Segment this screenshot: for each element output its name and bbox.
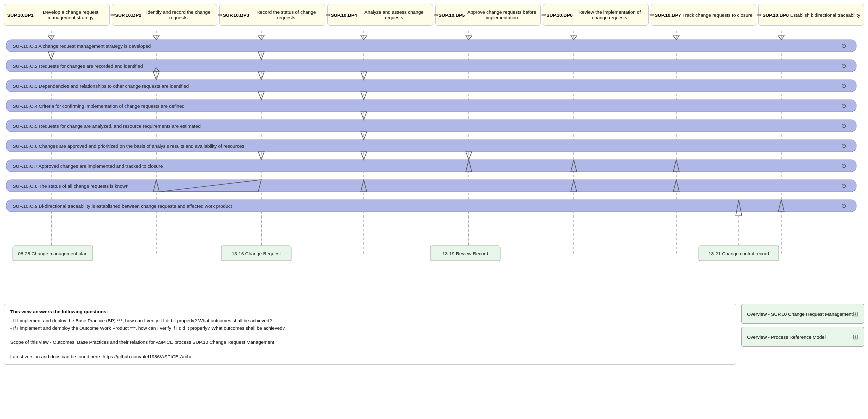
nav-btn-2-label: Overview - Process Reference Model	[747, 334, 825, 340]
nav-btn-1-icon: ⊞	[853, 310, 859, 318]
bp5-label: Approve change requests before implement…	[466, 9, 537, 20]
svg-text:SUP.10.O.8  The status of all : SUP.10.O.8 The status of all change requ…	[13, 183, 128, 189]
svg-text:SUP.10.O.3  Dependencies and r: SUP.10.O.3 Dependencies and relationship…	[13, 83, 189, 89]
bp-box-6[interactable]: SUP.10.BP6 Review the implementation of …	[543, 4, 649, 26]
bp-box-1[interactable]: SUP.10.BP1 Develop a change request mana…	[4, 4, 110, 26]
bp6-code: SUP.10.BP6	[546, 12, 573, 18]
nav-btn-2-icon: ⊞	[853, 333, 859, 341]
info-section: This view answers the following question…	[4, 304, 864, 365]
bp3-code: SUP.10.BP3	[223, 12, 249, 18]
bp4-label: Analyze and assess change requests	[359, 9, 430, 20]
info-line-3: Scope of this view - Outcomes, Base Prac…	[10, 339, 730, 346]
bp7-label: Track change requests to closure	[682, 12, 752, 18]
bp8-code: SUP.10.BP8	[762, 12, 789, 18]
bp3-label: Record the status of change requests	[251, 9, 322, 20]
svg-text:SUP.10.O.7  Approved changes a: SUP.10.O.7 Approved changes are implemen…	[13, 163, 163, 169]
bp1-label: Develop a change request management stra…	[35, 9, 106, 20]
bp-box-8[interactable]: SUP.10.BP8 Establish bidirectional trace…	[758, 4, 864, 26]
nav-btn-1-label: Overview - SUP.10 Change Request Managem…	[747, 311, 853, 317]
info-line-4: Latest version and docs can be found her…	[10, 353, 730, 360]
svg-text:⊙: ⊙	[841, 162, 846, 169]
svg-text:⊙: ⊙	[841, 62, 846, 69]
bp2-code: SUP.10.BP2	[115, 12, 142, 18]
svg-text:⊙: ⊙	[841, 42, 846, 49]
svg-text:⊙: ⊙	[841, 202, 846, 209]
base-practices-row: SUP.10.BP1 Develop a change request mana…	[4, 4, 864, 26]
diagram-container: SUP.10.O.1 A change request management s…	[4, 31, 864, 296]
svg-text:SUP.10.O.6  Changes are approv: SUP.10.O.6 Changes are approved and prio…	[13, 143, 244, 149]
svg-text:SUP.10.O.1  A change request m: SUP.10.O.1 A change request management s…	[13, 43, 151, 49]
svg-text:SUP.10.O.4  Criteria for confi: SUP.10.O.4 Criteria for confirming imple…	[13, 103, 185, 109]
svg-text:⊙: ⊙	[841, 182, 846, 189]
bp4-code: SUP.10.BP4	[331, 12, 357, 18]
svg-rect-29	[6, 180, 856, 192]
diagram-svg: SUP.10.O.1 A change request management s…	[4, 31, 864, 296]
bp-box-3[interactable]: SUP.10.BP3 Record the status of change r…	[219, 4, 325, 26]
bp-box-2[interactable]: SUP.10.BP2 Identify and record the chang…	[112, 4, 218, 26]
svg-text:⊙: ⊙	[841, 82, 846, 89]
bp1-code: SUP.10.BP1	[7, 12, 34, 18]
bp6-label: Review the implementation of change requ…	[574, 9, 645, 20]
main-container: SUP.10.BP1 Develop a change request mana…	[0, 0, 868, 369]
svg-text:13-19 Review Record: 13-19 Review Record	[442, 251, 488, 256]
svg-text:08-28 Change management plan: 08-28 Change management plan	[18, 251, 88, 256]
info-line-2: - If I implement and demploy the Outcome…	[10, 325, 730, 332]
bp-box-5[interactable]: SUP.10.BP5 Approve change requests befor…	[435, 4, 541, 26]
svg-text:SUP.10.O.5  Requests for chang: SUP.10.O.5 Requests for change are analy…	[13, 123, 201, 129]
nav-btn-2[interactable]: Overview - Process Reference Model ⊞	[741, 327, 864, 347]
svg-text:13-21 Change control record: 13-21 Change control record	[709, 251, 769, 256]
nav-buttons-panel: Overview - SUP.10 Change Request Managem…	[741, 304, 864, 365]
info-title: This view answers the following question…	[10, 308, 730, 315]
svg-text:⊙: ⊙	[841, 142, 846, 149]
bp7-code: SUP.10.BP7	[655, 12, 681, 18]
nav-btn-1[interactable]: Overview - SUP.10 Change Request Managem…	[741, 304, 864, 324]
bp-box-4[interactable]: SUP.10.BP4 Analyze and assess change req…	[327, 4, 433, 26]
svg-text:⊙: ⊙	[841, 122, 846, 129]
info-line-1: - If I implement and deploy the Base Pra…	[10, 317, 730, 324]
bp8-label: Establish bidirectional traceability	[790, 12, 860, 18]
svg-text:SUP.10.O.2  Requests for chang: SUP.10.O.2 Requests for changes are reco…	[13, 63, 143, 69]
bp2-label: Identify and record the change requests	[143, 9, 214, 20]
bp-box-7[interactable]: SUP.10.BP7 Track change requests to clos…	[651, 4, 757, 26]
svg-text:⊙: ⊙	[841, 102, 846, 109]
svg-text:SUP.10.O.9  Bi-directional tra: SUP.10.O.9 Bi-directional traceability i…	[13, 203, 232, 209]
svg-text:13-16 Change Request: 13-16 Change Request	[232, 251, 281, 256]
info-text-box: This view answers the following question…	[4, 304, 736, 365]
bp5-code: SUP.10.BP5	[439, 12, 465, 18]
